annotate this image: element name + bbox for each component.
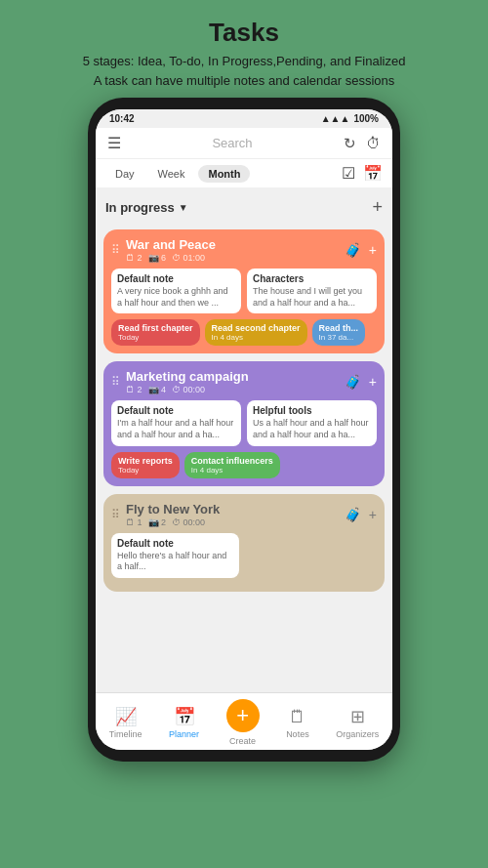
note-card-default-f[interactable]: Default note Hello there's a half hour a… [111,533,239,578]
task-card-fly: ⠿ Fly to New York 🗒 1 📷 2 ⏱ 00:00 🧳 [103,494,385,592]
section-title-text: In progress [105,200,175,215]
page-subtitle: 5 stages: Idea, To-do, In Progress,Pendi… [83,52,406,90]
task-meta-photos: 📷 6 [148,253,167,263]
note-card-default[interactable]: Default note A very nice book a ghhh and… [111,269,241,313]
nav-item-notes[interactable]: 🗒 Notes [286,707,309,739]
note-card-helpful[interactable]: Helpful tools Us a half hour and a half … [247,400,377,445]
page-header: Tasks 5 stages: Idea, To-do, In Progress… [63,0,426,98]
suitcase-icon-3[interactable]: 🧳 [345,507,361,522]
note-title-m: Default note [117,405,235,416]
task-meta-notes-m: 🗒 2 [126,385,142,394]
suitcase-icon-2[interactable]: 🧳 [345,374,361,390]
phone-frame: 10:42 ▲▲▲ 100% ☰ Search ↻ ⏱ Day [88,98,400,762]
battery: 100% [353,113,379,124]
clock: 10:42 [109,113,135,124]
session-chip-read-third[interactable]: Read th... In 37 da... [312,319,366,346]
drag-handle-icon-2: ⠿ [111,375,120,389]
phone-screen: 10:42 ▲▲▲ 100% ☰ Search ↻ ⏱ Day [96,109,392,750]
task-title-war: War and Peace [126,237,216,252]
scroll-area: In progress ▼ + ⠿ War and Peace 🗒 2 📷 6 [96,187,392,692]
nav-item-organizers[interactable]: ⊞ Organizers [336,706,379,739]
task-card-marketing: ⠿ Marketing campaign 🗒 2 📷 4 ⏱ 00:00 🧳 [103,361,385,485]
session-chip-read-second[interactable]: Read second chapter In 4 days [205,319,307,346]
drag-handle-icon: ⠿ [111,243,120,257]
status-bar: 10:42 ▲▲▲ 100% [96,109,392,128]
top-bar: ☰ Search ↻ ⏱ [96,128,392,159]
tab-day[interactable]: Day [105,165,144,183]
drag-handle-icon-3: ⠿ [111,508,120,521]
notes-icon: 🗒 [289,707,306,727]
note-title-chars: Characters [253,273,371,284]
refresh-icon[interactable]: ↻ [344,135,356,152]
bottom-nav: 📈 Timeline 📅 Planner + Create 🗒 Notes ⊞ … [96,692,392,750]
tab-month[interactable]: Month [198,165,250,183]
suitcase-icon[interactable]: 🧳 [345,242,361,258]
add-to-task-button-2[interactable]: + [369,374,377,390]
planner-icon: 📅 [174,706,195,727]
note-body-helpful: Us a half hour and a half hour and a hal… [253,418,371,440]
task-title-marketing: Marketing campaign [126,369,249,384]
session-chip-read-first[interactable]: Read first chapter Today [111,319,200,346]
task-card-war-and-peace: ⠿ War and Peace 🗒 2 📷 6 ⏱ 01:00 🧳 [103,229,385,353]
tab-week[interactable]: Week [148,165,195,183]
session-chip-contact[interactable]: Contact influencers In 4 days [184,452,280,478]
dropdown-arrow-icon[interactable]: ▼ [179,202,188,213]
nav-item-planner[interactable]: 📅 Planner [169,706,199,739]
signal-icon: ▲▲▲ [321,113,350,124]
session-chip-write-reports[interactable]: Write reports Today [111,452,180,478]
note-body-chars: The house and I will get you and a half … [253,286,371,309]
nav-item-create[interactable]: + Create [226,699,260,746]
note-title-f: Default note [117,538,233,549]
check-calendar-icon[interactable]: ☑ [342,164,355,183]
task-meta-notes: 🗒 2 [126,253,142,263]
note-body-m: I'm a half hour and a half hour and a ha… [117,418,235,440]
task-meta-time: ⏱ 01:00 [172,253,205,263]
note-card-characters[interactable]: Characters The house and I will get you … [247,269,377,313]
nav-item-timeline[interactable]: 📈 Timeline [109,706,142,739]
task-meta-notes-f: 🗒 1 [126,517,142,527]
page-title: Tasks [83,18,406,48]
task-title-fly: Fly to New York [126,502,220,517]
note-body-f: Hello there's a half hour and a half... [117,551,233,573]
timeline-icon: 📈 [115,706,137,727]
note-title: Default note [117,273,235,284]
add-to-task-button-3[interactable]: + [369,507,377,522]
search-box[interactable]: Search [121,136,344,150]
filter-bar: Day Week Month ☑ 📅 [96,159,392,187]
timer-icon[interactable]: ⏱ [366,135,381,152]
calendar-grid-icon[interactable]: 📅 [363,164,383,183]
task-meta-time-f: ⏱ 00:00 [172,517,205,527]
create-button[interactable]: + [226,699,260,732]
note-title-helpful: Helpful tools [253,405,371,416]
add-task-button[interactable]: + [372,197,383,218]
organizers-icon: ⊞ [350,706,365,727]
menu-icon[interactable]: ☰ [107,134,121,152]
section-header: In progress ▼ + [103,193,385,222]
note-card-default-m[interactable]: Default note I'm a half hour and a half … [111,400,241,445]
add-to-task-button[interactable]: + [369,242,377,258]
task-meta-photos-f: 📷 2 [148,517,167,527]
note-body: A very nice book a ghhh and a half hour … [117,286,235,309]
search-placeholder: Search [212,136,252,150]
task-meta-time-m: ⏱ 00:00 [172,385,205,394]
task-meta-photos-m: 📷 4 [148,385,167,394]
